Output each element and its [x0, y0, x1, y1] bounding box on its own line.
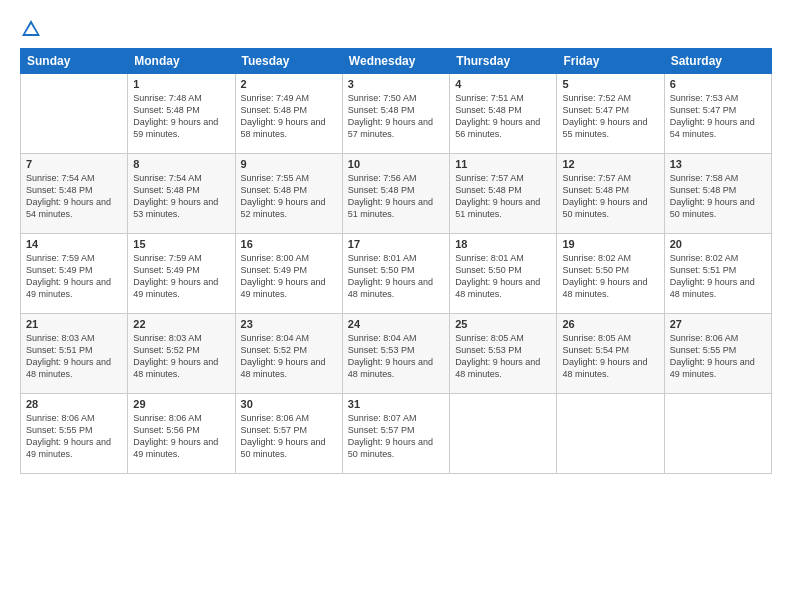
cell-info: Sunrise: 8:06 AMSunset: 5:57 PMDaylight:… — [241, 412, 337, 461]
day-number: 14 — [26, 238, 122, 250]
day-number: 26 — [562, 318, 658, 330]
day-number: 16 — [241, 238, 337, 250]
cell-info: Sunrise: 7:50 AMSunset: 5:48 PMDaylight:… — [348, 92, 444, 141]
calendar-cell: 12Sunrise: 7:57 AMSunset: 5:48 PMDayligh… — [557, 154, 664, 234]
calendar-table: SundayMondayTuesdayWednesdayThursdayFrid… — [20, 48, 772, 474]
cell-info: Sunrise: 7:48 AMSunset: 5:48 PMDaylight:… — [133, 92, 229, 141]
cell-info: Sunrise: 8:02 AMSunset: 5:50 PMDaylight:… — [562, 252, 658, 301]
cell-info: Sunrise: 7:59 AMSunset: 5:49 PMDaylight:… — [133, 252, 229, 301]
cell-info: Sunrise: 7:55 AMSunset: 5:48 PMDaylight:… — [241, 172, 337, 221]
day-number: 15 — [133, 238, 229, 250]
calendar-cell: 4Sunrise: 7:51 AMSunset: 5:48 PMDaylight… — [450, 74, 557, 154]
cell-info: Sunrise: 8:02 AMSunset: 5:51 PMDaylight:… — [670, 252, 766, 301]
calendar-header-row: SundayMondayTuesdayWednesdayThursdayFrid… — [21, 49, 772, 74]
calendar-cell: 29Sunrise: 8:06 AMSunset: 5:56 PMDayligh… — [128, 394, 235, 474]
calendar-cell: 22Sunrise: 8:03 AMSunset: 5:52 PMDayligh… — [128, 314, 235, 394]
day-number: 19 — [562, 238, 658, 250]
day-number: 28 — [26, 398, 122, 410]
cell-info: Sunrise: 8:05 AMSunset: 5:54 PMDaylight:… — [562, 332, 658, 381]
calendar-week-3: 21Sunrise: 8:03 AMSunset: 5:51 PMDayligh… — [21, 314, 772, 394]
calendar-cell: 24Sunrise: 8:04 AMSunset: 5:53 PMDayligh… — [342, 314, 449, 394]
calendar-cell: 28Sunrise: 8:06 AMSunset: 5:55 PMDayligh… — [21, 394, 128, 474]
calendar-header-wednesday: Wednesday — [342, 49, 449, 74]
day-number: 10 — [348, 158, 444, 170]
day-number: 30 — [241, 398, 337, 410]
calendar-cell: 16Sunrise: 8:00 AMSunset: 5:49 PMDayligh… — [235, 234, 342, 314]
calendar-cell: 1Sunrise: 7:48 AMSunset: 5:48 PMDaylight… — [128, 74, 235, 154]
calendar-cell: 30Sunrise: 8:06 AMSunset: 5:57 PMDayligh… — [235, 394, 342, 474]
calendar-cell: 26Sunrise: 8:05 AMSunset: 5:54 PMDayligh… — [557, 314, 664, 394]
page: SundayMondayTuesdayWednesdayThursdayFrid… — [0, 0, 792, 612]
day-number: 24 — [348, 318, 444, 330]
calendar-week-2: 14Sunrise: 7:59 AMSunset: 5:49 PMDayligh… — [21, 234, 772, 314]
calendar-cell: 11Sunrise: 7:57 AMSunset: 5:48 PMDayligh… — [450, 154, 557, 234]
day-number: 3 — [348, 78, 444, 90]
calendar-cell: 14Sunrise: 7:59 AMSunset: 5:49 PMDayligh… — [21, 234, 128, 314]
calendar-cell — [21, 74, 128, 154]
day-number: 17 — [348, 238, 444, 250]
calendar-header-saturday: Saturday — [664, 49, 771, 74]
calendar-cell: 17Sunrise: 8:01 AMSunset: 5:50 PMDayligh… — [342, 234, 449, 314]
calendar-cell: 20Sunrise: 8:02 AMSunset: 5:51 PMDayligh… — [664, 234, 771, 314]
cell-info: Sunrise: 7:49 AMSunset: 5:48 PMDaylight:… — [241, 92, 337, 141]
calendar-cell: 23Sunrise: 8:04 AMSunset: 5:52 PMDayligh… — [235, 314, 342, 394]
day-number: 7 — [26, 158, 122, 170]
cell-info: Sunrise: 8:06 AMSunset: 5:55 PMDaylight:… — [670, 332, 766, 381]
logo — [20, 18, 46, 40]
cell-info: Sunrise: 8:00 AMSunset: 5:49 PMDaylight:… — [241, 252, 337, 301]
calendar-cell: 2Sunrise: 7:49 AMSunset: 5:48 PMDaylight… — [235, 74, 342, 154]
calendar-header-thursday: Thursday — [450, 49, 557, 74]
calendar-cell: 9Sunrise: 7:55 AMSunset: 5:48 PMDaylight… — [235, 154, 342, 234]
cell-info: Sunrise: 8:05 AMSunset: 5:53 PMDaylight:… — [455, 332, 551, 381]
cell-info: Sunrise: 8:06 AMSunset: 5:55 PMDaylight:… — [26, 412, 122, 461]
calendar-cell: 21Sunrise: 8:03 AMSunset: 5:51 PMDayligh… — [21, 314, 128, 394]
day-number: 31 — [348, 398, 444, 410]
cell-info: Sunrise: 7:57 AMSunset: 5:48 PMDaylight:… — [455, 172, 551, 221]
cell-info: Sunrise: 7:53 AMSunset: 5:47 PMDaylight:… — [670, 92, 766, 141]
day-number: 8 — [133, 158, 229, 170]
calendar-cell: 3Sunrise: 7:50 AMSunset: 5:48 PMDaylight… — [342, 74, 449, 154]
cell-info: Sunrise: 8:04 AMSunset: 5:52 PMDaylight:… — [241, 332, 337, 381]
calendar-cell: 10Sunrise: 7:56 AMSunset: 5:48 PMDayligh… — [342, 154, 449, 234]
calendar-header-sunday: Sunday — [21, 49, 128, 74]
day-number: 25 — [455, 318, 551, 330]
cell-info: Sunrise: 8:01 AMSunset: 5:50 PMDaylight:… — [348, 252, 444, 301]
calendar-cell — [664, 394, 771, 474]
calendar-cell: 18Sunrise: 8:01 AMSunset: 5:50 PMDayligh… — [450, 234, 557, 314]
day-number: 2 — [241, 78, 337, 90]
day-number: 13 — [670, 158, 766, 170]
calendar-cell: 8Sunrise: 7:54 AMSunset: 5:48 PMDaylight… — [128, 154, 235, 234]
calendar-cell: 13Sunrise: 7:58 AMSunset: 5:48 PMDayligh… — [664, 154, 771, 234]
day-number: 20 — [670, 238, 766, 250]
cell-info: Sunrise: 8:01 AMSunset: 5:50 PMDaylight:… — [455, 252, 551, 301]
day-number: 5 — [562, 78, 658, 90]
header — [20, 18, 772, 40]
day-number: 29 — [133, 398, 229, 410]
cell-info: Sunrise: 7:54 AMSunset: 5:48 PMDaylight:… — [133, 172, 229, 221]
day-number: 18 — [455, 238, 551, 250]
calendar-cell — [450, 394, 557, 474]
cell-info: Sunrise: 8:03 AMSunset: 5:52 PMDaylight:… — [133, 332, 229, 381]
calendar-header-friday: Friday — [557, 49, 664, 74]
day-number: 21 — [26, 318, 122, 330]
cell-info: Sunrise: 8:06 AMSunset: 5:56 PMDaylight:… — [133, 412, 229, 461]
calendar-cell: 19Sunrise: 8:02 AMSunset: 5:50 PMDayligh… — [557, 234, 664, 314]
day-number: 6 — [670, 78, 766, 90]
cell-info: Sunrise: 7:51 AMSunset: 5:48 PMDaylight:… — [455, 92, 551, 141]
day-number: 1 — [133, 78, 229, 90]
calendar-cell: 7Sunrise: 7:54 AMSunset: 5:48 PMDaylight… — [21, 154, 128, 234]
calendar-header-monday: Monday — [128, 49, 235, 74]
cell-info: Sunrise: 7:59 AMSunset: 5:49 PMDaylight:… — [26, 252, 122, 301]
day-number: 22 — [133, 318, 229, 330]
day-number: 9 — [241, 158, 337, 170]
calendar-cell: 27Sunrise: 8:06 AMSunset: 5:55 PMDayligh… — [664, 314, 771, 394]
calendar-cell: 6Sunrise: 7:53 AMSunset: 5:47 PMDaylight… — [664, 74, 771, 154]
day-number: 23 — [241, 318, 337, 330]
cell-info: Sunrise: 8:04 AMSunset: 5:53 PMDaylight:… — [348, 332, 444, 381]
day-number: 11 — [455, 158, 551, 170]
calendar-week-4: 28Sunrise: 8:06 AMSunset: 5:55 PMDayligh… — [21, 394, 772, 474]
calendar-week-0: 1Sunrise: 7:48 AMSunset: 5:48 PMDaylight… — [21, 74, 772, 154]
cell-info: Sunrise: 7:57 AMSunset: 5:48 PMDaylight:… — [562, 172, 658, 221]
calendar-week-1: 7Sunrise: 7:54 AMSunset: 5:48 PMDaylight… — [21, 154, 772, 234]
calendar-cell: 31Sunrise: 8:07 AMSunset: 5:57 PMDayligh… — [342, 394, 449, 474]
